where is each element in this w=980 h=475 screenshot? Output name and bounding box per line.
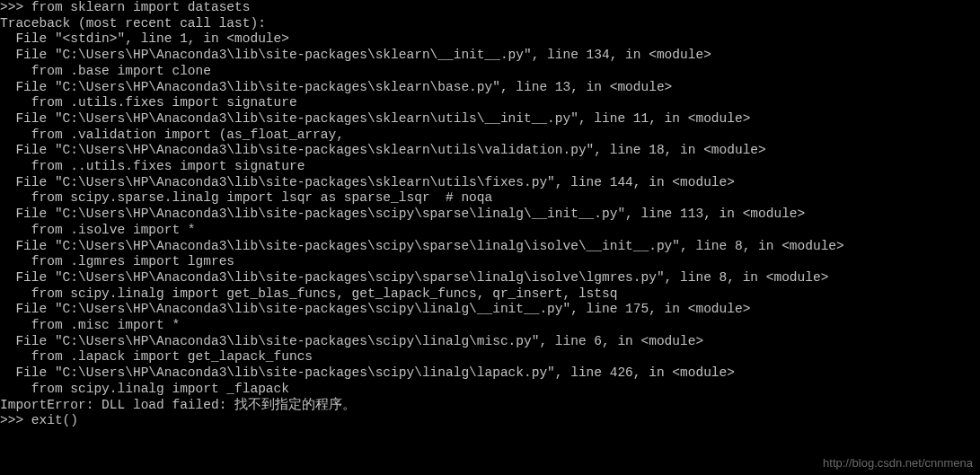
terminal-output[interactable]: >>> from sklearn import datasetsTracebac…	[0, 0, 980, 429]
traceback-frame: File "C:\Users\HP\Anaconda3\lib\site-pac…	[0, 302, 980, 318]
traceback-frame: File "C:\Users\HP\Anaconda3\lib\site-pac…	[0, 175, 980, 191]
traceback-source: from scipy.sparse.linalg import lsqr as …	[0, 190, 980, 207]
input-line: >>> exit()	[0, 413, 980, 429]
traceback-source: from scipy.linalg import _flapack	[0, 382, 980, 398]
traceback-source: from .validation import (as_float_array,	[0, 128, 980, 144]
traceback-frame: File "C:\Users\HP\Anaconda3\lib\site-pac…	[0, 80, 980, 96]
traceback-source: from ..utils.fixes import signature	[0, 159, 980, 175]
error-line: ImportError: DLL load failed: 找不到指定的程序。	[0, 398, 980, 414]
traceback-frame: File "C:\Users\HP\Anaconda3\lib\site-pac…	[0, 239, 980, 255]
traceback-frame: File "C:\Users\HP\Anaconda3\lib\site-pac…	[0, 111, 980, 128]
traceback-source: from .lgmres import lgmres	[0, 254, 980, 270]
traceback-source: from .base import clone	[0, 64, 980, 80]
watermark-url: http://blog.csdn.net/cnnmena	[823, 455, 973, 471]
traceback-frame: File "C:\Users\HP\Anaconda3\lib\site-pac…	[0, 270, 980, 286]
traceback-source: from .isolve import *	[0, 223, 980, 239]
traceback-source: from scipy.linalg import get_blas_funcs,…	[0, 286, 980, 303]
traceback-source: from .lapack import get_lapack_funcs	[0, 349, 980, 365]
traceback-header: Traceback (most recent call last):	[0, 16, 980, 32]
traceback-frame: File "C:\Users\HP\Anaconda3\lib\site-pac…	[0, 143, 980, 159]
traceback-frame: File "<stdin>", line 1, in <module>	[0, 31, 980, 48]
traceback-source: from .utils.fixes import signature	[0, 95, 980, 111]
traceback-source: from .misc import *	[0, 318, 980, 334]
traceback-frame: File "C:\Users\HP\Anaconda3\lib\site-pac…	[0, 207, 980, 223]
traceback-frame: File "C:\Users\HP\Anaconda3\lib\site-pac…	[0, 334, 980, 350]
input-line: >>> from sklearn import datasets	[0, 0, 980, 16]
traceback-frame: File "C:\Users\HP\Anaconda3\lib\site-pac…	[0, 365, 980, 382]
traceback-frame: File "C:\Users\HP\Anaconda3\lib\site-pac…	[0, 48, 980, 64]
